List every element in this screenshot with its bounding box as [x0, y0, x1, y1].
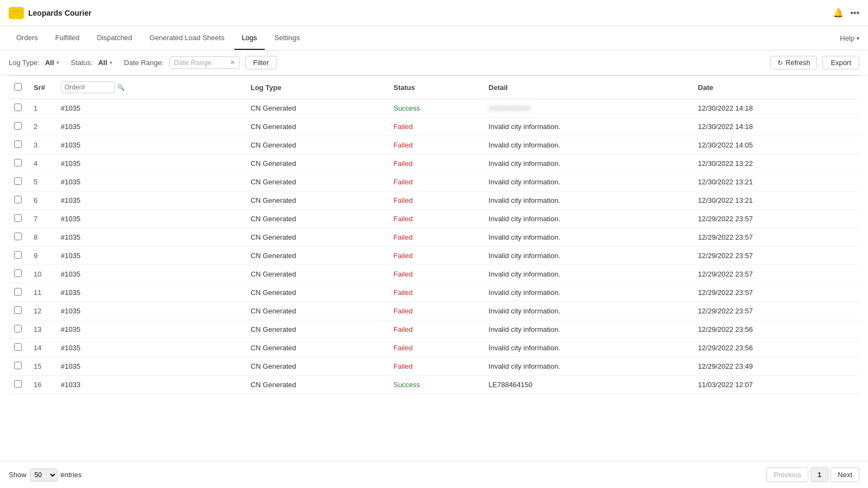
- row-log-type: CN Generated: [245, 247, 388, 265]
- table-row: 14 #1035 CN Generated Failed Invalid cit…: [9, 339, 859, 357]
- row-date: 12/29/2022 23:57: [693, 247, 859, 265]
- row-checkbox[interactable]: [14, 325, 22, 332]
- page-1-button[interactable]: 1: [810, 467, 828, 482]
- row-checkbox-cell: [9, 191, 28, 210]
- row-date: 12/29/2022 23:56: [693, 320, 859, 339]
- row-checkbox[interactable]: [14, 177, 22, 185]
- row-checkbox[interactable]: [14, 288, 22, 296]
- row-sr: 1: [28, 99, 55, 118]
- row-order: #1035: [55, 136, 245, 155]
- row-status: Failed: [388, 210, 483, 228]
- row-order: #1035: [55, 191, 245, 210]
- row-checkbox[interactable]: [14, 140, 22, 148]
- row-date: 12/29/2022 23:57: [693, 228, 859, 247]
- col-header-log-type: Log Type: [245, 76, 388, 99]
- row-order: #1035: [55, 118, 245, 136]
- row-checkbox[interactable]: [14, 233, 22, 240]
- tab-dispatched[interactable]: Dispatched: [90, 26, 140, 50]
- row-log-type: CN Generated: [245, 210, 388, 228]
- row-log-type: CN Generated: [245, 302, 388, 320]
- notification-icon[interactable]: 🔔: [833, 8, 844, 18]
- previous-page-button[interactable]: Previous: [767, 467, 808, 482]
- row-checkbox[interactable]: [14, 122, 22, 130]
- date-range-input[interactable]: Date Range ✕: [169, 56, 240, 69]
- row-checkbox-cell: [9, 302, 28, 320]
- tab-generated-load-sheets[interactable]: Generated Load Sheets: [142, 26, 232, 50]
- row-checkbox[interactable]: [14, 196, 22, 203]
- row-checkbox[interactable]: [14, 251, 22, 259]
- row-status: Failed: [388, 173, 483, 191]
- row-status: Failed: [388, 320, 483, 339]
- row-date: 12/30/2022 13:22: [693, 155, 859, 173]
- tab-fulfilled[interactable]: Fulfilled: [48, 26, 87, 50]
- log-type-select[interactable]: All ▾: [45, 59, 59, 67]
- pagination: Previous 1 Next: [767, 467, 859, 482]
- row-detail: Invalid city information.: [483, 191, 693, 210]
- row-status: Failed: [388, 357, 483, 376]
- row-order: #1035: [55, 247, 245, 265]
- app-name: Leopards Courier: [28, 9, 92, 17]
- row-date: 12/30/2022 14:18: [693, 118, 859, 136]
- tab-orders[interactable]: Orders: [9, 26, 46, 50]
- order-search-input[interactable]: [61, 81, 115, 93]
- row-checkbox-cell: [9, 247, 28, 265]
- row-sr: 14: [28, 339, 55, 357]
- svg-marker-1: [12, 9, 20, 12]
- row-status: Success: [388, 376, 483, 394]
- row-detail: LE788464150: [483, 376, 693, 394]
- tab-logs[interactable]: Logs: [234, 26, 265, 50]
- filter-button[interactable]: Filter: [245, 56, 277, 69]
- footer: Show 50 25 100 entries Previous 1 Next: [0, 461, 868, 488]
- row-checkbox[interactable]: [14, 306, 22, 314]
- row-checkbox-cell: [9, 210, 28, 228]
- row-sr: 3: [28, 136, 55, 155]
- row-order: #1035: [55, 357, 245, 376]
- row-checkbox[interactable]: [14, 214, 22, 222]
- row-log-type: CN Generated: [245, 118, 388, 136]
- date-range-label: Date Range:: [124, 59, 164, 67]
- row-sr: 11: [28, 284, 55, 302]
- row-status: Failed: [388, 339, 483, 357]
- row-checkbox-cell: [9, 99, 28, 118]
- row-status: Failed: [388, 265, 483, 284]
- row-order: #1035: [55, 173, 245, 191]
- next-page-button[interactable]: Next: [831, 467, 859, 482]
- row-status: Success: [388, 99, 483, 118]
- log-type-label: Log Type:: [9, 59, 40, 67]
- row-checkbox[interactable]: [14, 343, 22, 351]
- row-checkbox[interactable]: [14, 362, 22, 369]
- row-detail: Invalid city information.: [483, 173, 693, 191]
- select-all-checkbox[interactable]: [14, 83, 22, 91]
- row-checkbox-cell: [9, 339, 28, 357]
- row-checkbox-cell: [9, 118, 28, 136]
- log-type-value: All: [45, 59, 54, 67]
- row-status: Failed: [388, 302, 483, 320]
- entries-per-page-select[interactable]: 50 25 100: [30, 468, 58, 481]
- row-checkbox[interactable]: [14, 380, 22, 388]
- nav-bar: Orders Fulfilled Dispatched Generated Lo…: [0, 26, 868, 50]
- row-status: Failed: [388, 191, 483, 210]
- date-range-clear-icon[interactable]: ✕: [230, 59, 235, 66]
- row-checkbox-cell: [9, 265, 28, 284]
- table-row: 16 #1033 CN Generated Success LE78846415…: [9, 376, 859, 394]
- row-date: 11/03/2022 12:07: [693, 376, 859, 394]
- row-detail: Invalid city information.: [483, 357, 693, 376]
- tab-settings[interactable]: Settings: [267, 26, 308, 50]
- row-checkbox[interactable]: [14, 104, 22, 111]
- row-order: #1035: [55, 284, 245, 302]
- row-checkbox[interactable]: [14, 159, 22, 166]
- status-select[interactable]: All ▾: [98, 59, 112, 67]
- table-row: 8 #1035 CN Generated Failed Invalid city…: [9, 228, 859, 247]
- row-date: 12/29/2022 23:57: [693, 302, 859, 320]
- more-options-icon[interactable]: •••: [850, 8, 859, 18]
- table-row: 1 #1035 CN Generated Success XXXXXXXXX 1…: [9, 99, 859, 118]
- refresh-button[interactable]: ↻ Refresh: [770, 56, 818, 69]
- help-menu[interactable]: Help ▾: [840, 34, 859, 42]
- table-row: 9 #1035 CN Generated Failed Invalid city…: [9, 247, 859, 265]
- row-checkbox[interactable]: [14, 269, 22, 277]
- top-bar-left: Leopards Courier: [9, 7, 92, 19]
- export-button[interactable]: Export: [822, 56, 859, 69]
- row-date: 12/29/2022 23:57: [693, 210, 859, 228]
- col-header-date: Date: [693, 76, 859, 99]
- row-sr: 9: [28, 247, 55, 265]
